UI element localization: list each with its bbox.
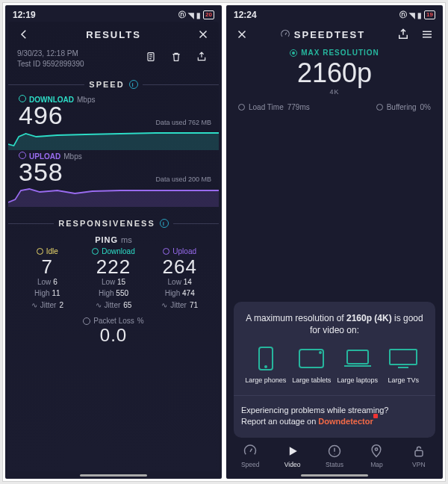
nfc-icon: ⓝ bbox=[399, 10, 407, 20]
svg-rect-9 bbox=[415, 450, 423, 456]
device-tv: Large TVs bbox=[381, 345, 427, 385]
problems-line: Experiencing problems while streaming? bbox=[241, 405, 428, 416]
upload-icon bbox=[163, 248, 169, 255]
device-phone-label: Large phones bbox=[245, 376, 286, 385]
speedtest-header: SPEEDTEST bbox=[226, 22, 443, 47]
home-indicator[interactable] bbox=[80, 474, 147, 477]
ping-upload-value: 264 bbox=[148, 257, 211, 276]
notification-badge-icon bbox=[373, 414, 378, 418]
share-button[interactable] bbox=[395, 26, 411, 43]
packet-loss-value: 0.0 bbox=[100, 325, 127, 346]
nav-vpn[interactable]: VPN bbox=[398, 444, 440, 468]
speedtest-logo-icon bbox=[280, 29, 290, 40]
download-unit: Mbps bbox=[77, 96, 95, 104]
upload-graph bbox=[8, 184, 219, 207]
status-icons: ⓝ ◥ ▮ 20 bbox=[178, 10, 214, 20]
nfc-icon: ⓝ bbox=[178, 10, 186, 20]
device-laptop-label: Large laptops bbox=[337, 376, 378, 385]
download-icon bbox=[92, 248, 99, 255]
ping-header: PING ms bbox=[8, 235, 219, 244]
svg-point-4 bbox=[320, 352, 321, 353]
tv-icon bbox=[388, 345, 419, 372]
resolution-value: 2160p bbox=[226, 60, 443, 87]
device-compat-card: A maximum resolution of 2160p (4K) is go… bbox=[234, 302, 435, 438]
test-meta-row: 9/30/23, 12:18 PM Test ID 9592899390 bbox=[8, 47, 219, 75]
back-button[interactable] bbox=[16, 26, 32, 43]
check-icon bbox=[290, 49, 297, 57]
responsiveness-section-title: RESPONSIVENESS i bbox=[8, 214, 219, 232]
card-title: A maximum resolution of 2160p (4K) is go… bbox=[241, 312, 428, 345]
test-date: 9/30/23, 12:18 PM bbox=[17, 49, 84, 59]
load-time-icon bbox=[238, 104, 245, 111]
nav-video[interactable]: Video bbox=[271, 444, 313, 468]
svg-point-2 bbox=[265, 366, 267, 367]
packet-loss-icon bbox=[83, 317, 90, 325]
delete-button[interactable] bbox=[168, 49, 184, 65]
download-block: DOWNLOAD Mbps 496 Data used 762 MB bbox=[8, 93, 219, 150]
phone-icon bbox=[250, 345, 281, 372]
close-button[interactable] bbox=[234, 26, 250, 43]
jitter-icon: ∿ bbox=[161, 301, 167, 309]
upload-block: UPLOAD Mbps 358 Data used 200 MB bbox=[8, 150, 219, 207]
status-bar: 12:24 ⓝ ◥ ▮ 19 bbox=[226, 5, 443, 22]
laptop-icon bbox=[342, 345, 373, 372]
buffering-metric: Buffering 0% bbox=[376, 103, 431, 111]
device-phone: Large phones bbox=[243, 345, 289, 385]
test-id: Test ID 9592899390 bbox=[17, 59, 84, 69]
menu-button[interactable] bbox=[419, 26, 435, 43]
speed-section-title: SPEED i bbox=[8, 75, 219, 93]
jitter-icon: ∿ bbox=[96, 301, 102, 309]
battery-icon: 19 bbox=[424, 10, 435, 19]
buffering-icon bbox=[376, 104, 383, 111]
upload-unit: Mbps bbox=[63, 152, 81, 161]
report-line-prefix: Report an outage on bbox=[241, 417, 318, 426]
device-laptop: Large laptops bbox=[335, 345, 381, 385]
idle-icon bbox=[37, 248, 43, 255]
resolution-sub: 4K bbox=[226, 88, 443, 96]
home-indicator[interactable] bbox=[301, 474, 368, 477]
svg-point-8 bbox=[376, 448, 378, 450]
video-result-header: MAX RESOLUTION 2160p 4K bbox=[226, 47, 443, 103]
tablet-icon bbox=[296, 345, 327, 372]
downdetector-link[interactable]: Downdetector bbox=[318, 417, 373, 426]
ping-download-col: Download 222 Low 15 High 550 ∿Jitter 65 bbox=[82, 247, 146, 309]
results-screen: RESULTS 9/30/23, 12:18 PM Test ID 959289… bbox=[8, 22, 219, 471]
ping-idle-col: Idle 7 Low 6 High 11 ∿Jitter 2 bbox=[16, 247, 79, 309]
ping-upload-label: Upload bbox=[172, 247, 196, 255]
device-tv-label: Large TVs bbox=[388, 376, 419, 385]
nav-speed[interactable]: Speed bbox=[229, 444, 271, 468]
svg-rect-6 bbox=[390, 350, 417, 364]
ping-download-label: Download bbox=[102, 247, 134, 255]
wifi-icon: ◥ bbox=[188, 11, 194, 19]
notes-button[interactable] bbox=[143, 49, 159, 65]
packet-loss-label: Packet Loss bbox=[93, 317, 134, 325]
device-tablet-label: Large tablets bbox=[292, 376, 331, 385]
card-footer: Experiencing problems while streaming? R… bbox=[241, 405, 428, 427]
share-button[interactable] bbox=[193, 49, 210, 65]
test-meta-text: 9/30/23, 12:18 PM Test ID 9592899390 bbox=[17, 49, 84, 69]
nav-map[interactable]: Map bbox=[355, 444, 397, 468]
max-resolution-label: MAX RESOLUTION bbox=[301, 49, 379, 57]
packet-loss-unit: % bbox=[137, 317, 144, 325]
signal-icon: ▮ bbox=[417, 11, 422, 19]
ping-idle-label: Idle bbox=[46, 247, 58, 255]
status-time: 12:19 bbox=[13, 10, 36, 20]
info-icon[interactable]: i bbox=[160, 219, 169, 228]
header-title: SPEEDTEST bbox=[250, 29, 395, 40]
nav-status[interactable]: Status bbox=[314, 444, 355, 468]
packet-loss-block: Packet Loss % 0.0 bbox=[8, 314, 219, 346]
video-metrics-row: Load Time 779ms Buffering 0% bbox=[226, 103, 443, 120]
download-graph bbox=[8, 128, 219, 150]
device-tablet: Large tablets bbox=[289, 345, 335, 385]
phone-left-results: 12:19 ⓝ ◥ ▮ 20 RESULTS bbox=[5, 5, 222, 479]
ping-idle-value: 7 bbox=[16, 257, 79, 276]
wifi-icon: ◥ bbox=[409, 11, 415, 19]
close-button[interactable] bbox=[195, 26, 211, 43]
load-time-metric: Load Time 779ms bbox=[238, 103, 310, 111]
battery-icon: 20 bbox=[203, 10, 214, 19]
info-icon[interactable]: i bbox=[129, 80, 138, 89]
status-bar: 12:19 ⓝ ◥ ▮ 20 bbox=[5, 5, 222, 22]
bottom-nav: Speed Video Status Map VPN bbox=[226, 438, 443, 471]
status-icons: ⓝ ◥ ▮ 19 bbox=[399, 10, 435, 20]
status-time: 12:24 bbox=[234, 10, 257, 20]
